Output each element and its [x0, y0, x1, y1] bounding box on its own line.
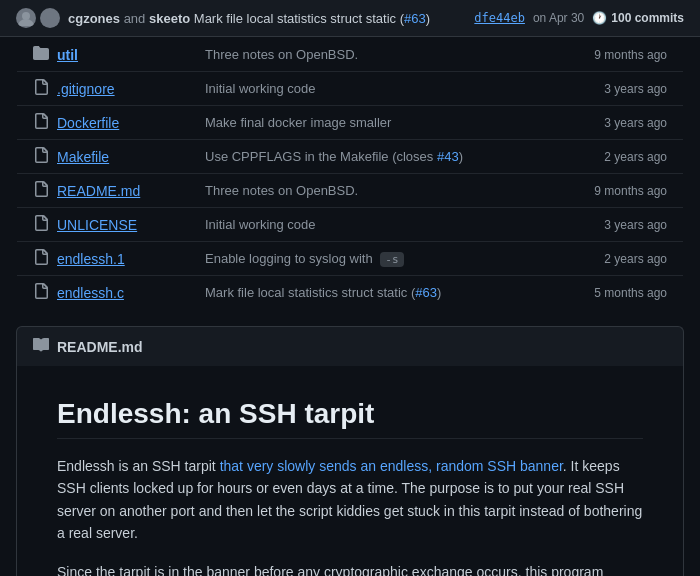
file-icon	[33, 181, 49, 200]
readme-paragraph-2: Since the tarpit is in the banner before…	[57, 561, 643, 576]
readme-body: Endlessh: an SSH tarpit Endlessh is an S…	[16, 366, 684, 576]
svg-point-1	[46, 12, 54, 20]
table-row: endlessh.1 Enable logging to syslog with…	[17, 242, 684, 276]
commit-message: Three notes on OpenBSD.	[205, 47, 358, 62]
author-2[interactable]: skeeto	[149, 11, 190, 26]
table-row: UNLICENSE Initial working code 3 years a…	[17, 208, 684, 242]
readme-p2-pre: Since the tarpit is in the banner before…	[57, 564, 615, 576]
file-age: 3 years ago	[552, 106, 684, 140]
readme-header: README.md	[16, 326, 684, 366]
readme-section: README.md Endlessh: an SSH tarpit Endles…	[0, 326, 700, 576]
pr-link[interactable]: #43	[437, 149, 459, 164]
commit-authors: cgzones and skeeto Mark file local stati…	[68, 11, 466, 26]
table-row: Dockerfile Make final docker image small…	[17, 106, 684, 140]
file-link[interactable]: endlessh.1	[57, 251, 125, 267]
readme-list-icon	[33, 337, 49, 356]
readme-filename: README.md	[57, 339, 143, 355]
file-link[interactable]: README.md	[57, 183, 140, 199]
file-age: 2 years ago	[552, 140, 684, 174]
file-age: 5 months ago	[552, 276, 684, 310]
avatar-skeeto	[40, 8, 60, 28]
file-link[interactable]: endlessh.c	[57, 285, 124, 301]
table-row: .gitignore Initial working code 3 years …	[17, 72, 684, 106]
readme-heading: Endlessh: an SSH tarpit	[57, 398, 643, 439]
author-1[interactable]: cgzones	[68, 11, 120, 26]
file-name-cell: endlessh.c	[33, 283, 173, 302]
file-name-cell: Dockerfile	[33, 113, 173, 132]
file-age: 2 years ago	[552, 242, 684, 276]
commit-hash[interactable]: dfe44eb	[474, 11, 525, 25]
file-name-cell: .gitignore	[33, 79, 173, 98]
file-age: 3 years ago	[552, 72, 684, 106]
file-age: 9 months ago	[552, 174, 684, 208]
commit-message: Use CPPFLAGS in the Makefile (closes #43…	[205, 149, 463, 164]
file-age: 3 years ago	[552, 208, 684, 242]
commit-badge: -s	[380, 252, 403, 267]
table-row: Makefile Use CPPFLAGS in the Makefile (c…	[17, 140, 684, 174]
file-name-cell: Makefile	[33, 147, 173, 166]
table-row: endlessh.c Mark file local statistics st…	[17, 276, 684, 310]
file-age: 9 months ago	[552, 38, 684, 72]
table-row: README.md Three notes on OpenBSD. 9 mont…	[17, 174, 684, 208]
avatar-cgzones	[16, 8, 36, 28]
commit-message: Initial working code	[205, 81, 316, 96]
readme-p1-link[interactable]: that very slowly sends an endless, rando…	[220, 458, 563, 474]
svg-point-0	[22, 12, 30, 20]
file-link[interactable]: Dockerfile	[57, 115, 119, 131]
commit-meta: dfe44eb on Apr 30 🕐 100 commits	[474, 11, 684, 25]
history-icon: 🕐	[592, 11, 607, 25]
file-link[interactable]: util	[57, 47, 78, 63]
commit-message: Enable logging to syslog with -s	[205, 251, 404, 266]
file-icon	[33, 79, 49, 98]
file-link[interactable]: Makefile	[57, 149, 109, 165]
file-name-cell: util	[33, 45, 173, 64]
commit-message: Initial working code	[205, 217, 316, 232]
commit-message: Make final docker image smaller	[205, 115, 391, 130]
file-table: util Three notes on OpenBSD. 9 months ag…	[16, 37, 684, 310]
pr-link[interactable]: #63	[415, 285, 437, 300]
readme-paragraph-1: Endlessh is an SSH tarpit that very slow…	[57, 455, 643, 545]
file-icon	[33, 215, 49, 234]
commit-date: on Apr 30	[533, 11, 584, 25]
readme-p1-pre: Endlessh is an SSH tarpit	[57, 458, 220, 474]
file-link[interactable]: .gitignore	[57, 81, 115, 97]
file-icon	[33, 147, 49, 166]
commit-pr-link[interactable]: #63	[404, 11, 426, 26]
commit-message: Three notes on OpenBSD.	[205, 183, 358, 198]
file-table-wrapper: util Three notes on OpenBSD. 9 months ag…	[0, 37, 700, 310]
folder-icon	[33, 45, 49, 64]
file-icon	[33, 283, 49, 302]
avatar-group	[16, 8, 60, 28]
file-name-cell: endlessh.1	[33, 249, 173, 268]
commit-bar: cgzones and skeeto Mark file local stati…	[0, 0, 700, 37]
commits-count-button[interactable]: 🕐 100 commits	[592, 11, 684, 25]
file-icon	[33, 113, 49, 132]
file-name-cell: UNLICENSE	[33, 215, 173, 234]
and-text: and	[124, 11, 146, 26]
file-icon	[33, 249, 49, 268]
file-name-cell: README.md	[33, 181, 173, 200]
table-row: util Three notes on OpenBSD. 9 months ag…	[17, 38, 684, 72]
file-link[interactable]: UNLICENSE	[57, 217, 137, 233]
commit-message: Mark file local statistics struct static…	[205, 285, 441, 300]
commits-label: 100 commits	[611, 11, 684, 25]
commit-message-text: Mark file local statistics struct static…	[194, 11, 430, 26]
